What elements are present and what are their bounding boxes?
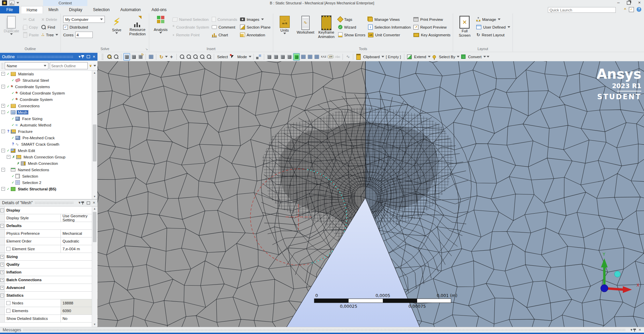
commands-button[interactable]: Commands: [212, 16, 237, 23]
expander-icon[interactable]: −: [0, 224, 4, 228]
tree-item-pre-meshed-crack[interactable]: ✓Pre-Meshed Crack: [0, 135, 92, 141]
chart-quick-icon[interactable]: [9, 1, 14, 5]
comment-button[interactable]: Comment: [212, 24, 237, 31]
tab-home[interactable]: Home: [21, 6, 43, 13]
solve-button[interactable]: ⚡Solve: [108, 14, 126, 44]
chart-button[interactable]: Chart: [212, 31, 237, 38]
refresh-view[interactable]: ↻: [158, 53, 164, 60]
cores-input[interactable]: [75, 32, 93, 38]
help-icon[interactable]: ?: [637, 7, 641, 12]
collapse-ribbon-icon[interactable]: ^: [624, 7, 626, 11]
mesh-select-element-face[interactable]: [307, 53, 313, 60]
tab-selection[interactable]: Selection: [88, 6, 115, 13]
tree-item-connections[interactable]: +✓Connections: [0, 103, 92, 109]
resource-prediction-button[interactable]: ResourcePrediction: [128, 14, 147, 44]
select-by-label[interactable]: Select By: [438, 55, 456, 59]
images-button[interactable]: Images: [240, 16, 271, 23]
expander-icon[interactable]: +: [0, 278, 4, 282]
tree-item-selection[interactable]: ✓Selection: [0, 173, 92, 179]
details-scroll-thumb[interactable]: [93, 212, 96, 242]
details-row-statistics[interactable]: −Statistics: [0, 292, 97, 299]
tree-item-mesh-connection-group[interactable]: −✗Mesh Connection Group: [0, 154, 92, 160]
tree-item-coordinate-system[interactable]: ✓*Coordinate System: [0, 96, 92, 103]
toolbar-grip[interactable]: [99, 53, 106, 60]
details-maximize-icon[interactable]: [87, 201, 90, 205]
expander-icon[interactable]: +: [0, 270, 4, 274]
wizard-button[interactable]: ✓Wizard: [338, 24, 365, 31]
select-face[interactable]: [280, 53, 286, 60]
id-probe[interactable]: 100: [327, 53, 334, 60]
graphics-viewport[interactable]: 00,00050,001 (m)0,000250,00075YXAnsys202…: [97, 61, 644, 327]
annotation-button[interactable]: Annotation: [240, 31, 271, 38]
requirements-icon[interactable]: ✓: [629, 7, 634, 12]
reset-layout-button[interactable]: ↻Reset Layout: [476, 31, 510, 38]
details-row-quality[interactable]: +Quality: [0, 261, 97, 268]
messages-pin-icon[interactable]: [634, 329, 635, 332]
report-preview-button[interactable]: ↗Report Preview: [413, 24, 450, 31]
chart-probe[interactable]: ∿: [345, 53, 351, 60]
select-by-icon[interactable]: [431, 53, 437, 60]
keyframe-animation-button[interactable]: KeyframeAnimation: [317, 14, 335, 44]
zoom-box[interactable]: [106, 53, 112, 60]
analysis-button[interactable]: Analysis: [152, 14, 170, 44]
details-row-defaults[interactable]: −Defaults: [0, 222, 97, 230]
pan-tool[interactable]: +: [168, 53, 174, 60]
minimize-button[interactable]: –: [617, 0, 619, 5]
expander-icon[interactable]: −: [1, 168, 5, 172]
tree-item-coordinate-systems[interactable]: −✓*Coordinate Systems: [0, 83, 92, 90]
zoom-fit[interactable]: [199, 53, 205, 60]
select-cursor[interactable]: [230, 53, 236, 60]
dropdown-caret-icon[interactable]: [487, 56, 489, 58]
expander-icon[interactable]: −: [1, 129, 5, 133]
messages-caret-icon[interactable]: ▼: [630, 328, 633, 332]
tree-item-smart-crack-growth[interactable]: ?∿SMART Crack Growth: [0, 141, 92, 147]
zoom-dynamic[interactable]: [113, 53, 119, 60]
tree-item-selection-2[interactable]: ✓Selection 2: [0, 179, 92, 186]
row-checkbox[interactable]: [6, 247, 10, 251]
coordinate-system-button[interactable]: *Coordinate System: [172, 24, 209, 31]
convert-label[interactable]: Convert: [467, 55, 482, 59]
tab-add-ons[interactable]: Add-ons: [146, 6, 172, 13]
details-row-element-order[interactable]: Element OrderQuadratic: [0, 237, 97, 245]
mesh-view[interactable]: 00,00050,001 (m)0,000250,00075YXAnsys202…: [97, 61, 644, 327]
tree-item-static-structural-b5[interactable]: −✓Static Structural (B5): [0, 186, 92, 192]
scroll-down-icon[interactable]: ▼: [92, 194, 97, 199]
dropdown-caret-icon[interactable]: [381, 56, 384, 58]
expander-icon[interactable]: −: [1, 149, 5, 152]
extend-label[interactable]: Extend: [413, 55, 427, 59]
details-pin-icon[interactable]: [82, 201, 83, 205]
multi-select[interactable]: [256, 53, 262, 60]
expander-icon[interactable]: +: [0, 255, 4, 259]
expander-icon[interactable]: −: [1, 187, 5, 191]
distributed-checkbox[interactable]: ✓Distributed: [63, 24, 105, 31]
look-at-view[interactable]: [131, 53, 137, 60]
find-button[interactable]: Find: [41, 24, 58, 31]
tab-automation[interactable]: Automation: [115, 6, 146, 13]
worksheet-button[interactable]: ✎Worksheet: [296, 14, 315, 44]
dialog-launcher-icon[interactable]: ↘: [145, 47, 148, 51]
select-edge[interactable]: [273, 53, 279, 60]
select-label[interactable]: Select: [216, 55, 229, 59]
details-row-display[interactable]: −Display: [0, 207, 97, 214]
zoom-out[interactable]: [186, 53, 192, 60]
clipboard-icon[interactable]: [355, 53, 361, 60]
row-checkbox[interactable]: [6, 301, 10, 305]
clipboard-empty-badge[interactable]: [ Empty ]: [385, 55, 402, 59]
copy-button[interactable]: Copy: [23, 24, 39, 31]
tab-mesh[interactable]: Mesh: [43, 6, 64, 13]
tags-button[interactable]: Tags: [338, 16, 365, 23]
close-button[interactable]: ×: [638, 0, 641, 5]
expander-icon[interactable]: −: [0, 294, 4, 297]
clipboard-label[interactable]: Clipboard: [362, 55, 380, 59]
tree-item-automatic-method[interactable]: ✓≈Automatic Method: [0, 122, 92, 128]
mode-label[interactable]: Mode: [236, 55, 248, 59]
quick-launch-input[interactable]: [548, 7, 615, 12]
label-tool[interactable]: Abc: [334, 53, 340, 60]
print-preview-button[interactable]: Print Preview: [413, 16, 450, 23]
expander-icon[interactable]: −: [0, 209, 4, 212]
dropdown-caret-icon[interactable]: [165, 56, 168, 58]
manage-button[interactable]: Manage: [476, 16, 510, 23]
dropdown-caret-icon[interactable]: [249, 56, 251, 58]
section-plane-button[interactable]: Section Plane: [240, 24, 271, 31]
tree-item-mesh[interactable]: −✓Mesh: [0, 109, 92, 115]
